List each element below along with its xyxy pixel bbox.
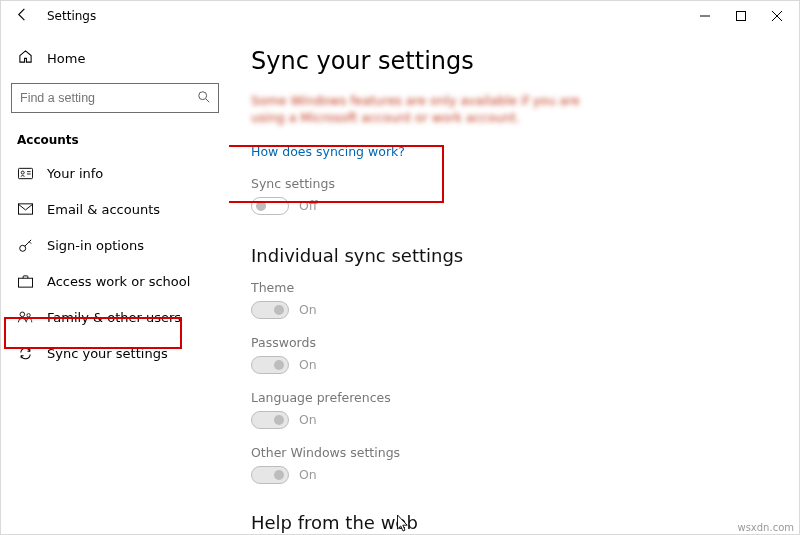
svg-rect-14	[18, 278, 32, 287]
setting-other-windows: Other Windows settings On	[251, 445, 785, 484]
close-icon	[772, 11, 782, 21]
search-input[interactable]	[20, 91, 196, 105]
key-icon	[17, 237, 33, 253]
source-watermark: wsxdn.com	[737, 522, 794, 533]
help-from-web-title: Help from the web	[251, 512, 785, 533]
setting-label: Other Windows settings	[251, 445, 785, 460]
window-controls	[687, 1, 795, 31]
sync-settings-block: Sync settings Off	[251, 172, 785, 223]
theme-toggle[interactable]	[251, 301, 289, 319]
language-toggle[interactable]	[251, 411, 289, 429]
sidebar-item-signin-options[interactable]: Sign-in options	[11, 227, 219, 263]
language-state: On	[299, 412, 317, 427]
sidebar-item-family-users[interactable]: Family & other users	[11, 299, 219, 335]
sync-icon	[17, 345, 33, 361]
minimize-icon	[700, 11, 710, 21]
svg-rect-1	[737, 12, 746, 21]
svg-line-13	[29, 241, 31, 243]
toggle-knob	[274, 305, 284, 315]
home-icon	[17, 49, 33, 68]
sidebar-item-sync-settings[interactable]: Sync your settings	[11, 335, 219, 371]
toggle-knob	[274, 360, 284, 370]
svg-point-15	[20, 312, 25, 317]
search-box[interactable]	[11, 83, 219, 113]
sidebar-item-your-info[interactable]: Your info	[11, 155, 219, 191]
svg-point-7	[21, 171, 24, 174]
svg-point-11	[19, 245, 25, 251]
passwords-toggle[interactable]	[251, 356, 289, 374]
search-icon	[196, 89, 212, 108]
maximize-button[interactable]	[723, 1, 759, 31]
setting-passwords: Passwords On	[251, 335, 785, 374]
minimize-button[interactable]	[687, 1, 723, 31]
nav-list: Your info Email & accounts Sign-in optio…	[11, 155, 219, 371]
toggle-knob	[256, 201, 266, 211]
sidebar: Home Accounts Your info	[1, 31, 229, 534]
sync-settings-state: Off	[299, 198, 317, 213]
svg-rect-6	[18, 168, 32, 178]
passwords-state: On	[299, 357, 317, 372]
svg-line-5	[206, 98, 209, 101]
svg-point-16	[27, 314, 30, 317]
main-content: Sync your settings Some Windows features…	[229, 31, 799, 534]
page-title: Sync your settings	[251, 47, 785, 75]
mail-icon	[17, 201, 33, 217]
svg-point-4	[199, 91, 207, 99]
other-toggle[interactable]	[251, 466, 289, 484]
sync-settings-label: Sync settings	[251, 176, 785, 191]
sidebar-item-access-work-school[interactable]: Access work or school	[11, 263, 219, 299]
back-button[interactable]	[9, 3, 35, 29]
sidebar-item-label: Sign-in options	[47, 238, 144, 253]
sidebar-item-email-accounts[interactable]: Email & accounts	[11, 191, 219, 227]
toggle-knob	[274, 415, 284, 425]
title-bar: Settings	[1, 1, 799, 31]
setting-label: Language preferences	[251, 390, 785, 405]
individual-sync-title: Individual sync settings	[251, 245, 785, 266]
sidebar-item-label: Sync your settings	[47, 346, 168, 361]
close-button[interactable]	[759, 1, 795, 31]
setting-label: Theme	[251, 280, 785, 295]
other-state: On	[299, 467, 317, 482]
how-syncing-works-link[interactable]: How does syncing work?	[251, 144, 405, 159]
briefcase-icon	[17, 273, 33, 289]
id-card-icon	[17, 165, 33, 181]
sidebar-item-label: Your info	[47, 166, 103, 181]
maximize-icon	[736, 11, 746, 21]
setting-language: Language preferences On	[251, 390, 785, 429]
sidebar-item-label: Family & other users	[47, 310, 181, 325]
home-label: Home	[47, 51, 85, 66]
sync-settings-toggle[interactable]	[251, 197, 289, 215]
setting-theme: Theme On	[251, 280, 785, 319]
sidebar-item-label: Email & accounts	[47, 202, 160, 217]
section-title: Accounts	[17, 133, 219, 147]
sidebar-item-label: Access work or school	[47, 274, 190, 289]
arrow-left-icon	[15, 7, 30, 25]
theme-state: On	[299, 302, 317, 317]
setting-label: Passwords	[251, 335, 785, 350]
svg-rect-10	[18, 204, 32, 214]
home-button[interactable]: Home	[11, 43, 219, 73]
account-warning: Some Windows features are only available…	[251, 93, 611, 127]
toggle-knob	[274, 470, 284, 480]
people-icon	[17, 309, 33, 325]
window-title: Settings	[47, 9, 96, 23]
